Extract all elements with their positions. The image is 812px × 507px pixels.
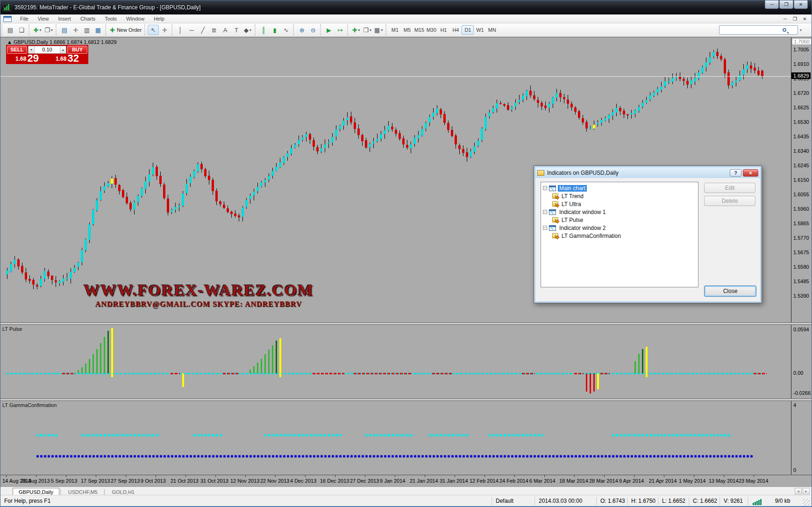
menu-item-tools[interactable]: Tools (100, 15, 121, 22)
timeframe-w1-button[interactable]: W1 (474, 25, 486, 35)
menu-item-help[interactable]: Help (149, 15, 169, 22)
candle (197, 164, 199, 171)
tree-indicator-row[interactable]: fLT Ultra (552, 200, 697, 208)
line-chart-button[interactable]: ∿ (280, 25, 292, 35)
indicators-button[interactable]: ✚▾ (350, 25, 362, 35)
child-minimize-icon[interactable]: ─ (780, 15, 790, 22)
bar-chart-button[interactable]: ║ (258, 25, 269, 35)
tree-indicator-row[interactable]: fLT Trend (552, 192, 697, 200)
restore-icon[interactable]: ❐ (779, 0, 793, 9)
timeframe-h4-button[interactable]: H4 (449, 25, 462, 35)
candle-wick (67, 273, 67, 281)
trendline-button[interactable]: ╱ (197, 25, 208, 35)
dropdown-arrow-icon[interactable]: ▾ (39, 28, 41, 32)
candlestick-button[interactable]: ▮ (269, 25, 280, 35)
timeframe-h1-button[interactable]: H1 (437, 25, 449, 35)
dropdown-arrow-icon[interactable]: ▾ (358, 28, 360, 32)
auto-scroll-button[interactable]: ▶ (323, 25, 335, 35)
navigator-button[interactable]: ✛ (70, 25, 81, 35)
tree-indicator-row[interactable]: fLT Pulse (552, 216, 697, 224)
print-button[interactable]: ▤ (5, 25, 16, 35)
new-chart-button[interactable]: ✚▾ (32, 25, 43, 35)
text-button[interactable]: A (220, 25, 231, 35)
child-close-icon[interactable]: ✕ (800, 15, 810, 22)
timeframe-m15-button[interactable]: M15 (413, 25, 425, 35)
menu-item-view[interactable]: View (33, 15, 54, 22)
dropdown-arrow-icon[interactable]: ▾ (381, 28, 383, 32)
sell-button[interactable]: SELL (7, 46, 27, 54)
timeframe-m5-button[interactable]: M5 (401, 25, 413, 35)
window-separator[interactable] (0, 399, 812, 401)
timeframe-d1-button[interactable]: D1 (462, 25, 474, 35)
candle (683, 79, 685, 81)
date-axis-label: 31 Jan 2014 (440, 478, 468, 484)
menu-item-file[interactable]: File (15, 15, 33, 22)
candle (709, 57, 711, 63)
status-profile[interactable]: Default (491, 497, 534, 505)
timeframe-mn-button[interactable]: MN (486, 25, 498, 35)
candle (21, 266, 23, 272)
child-restore-icon[interactable]: ❐ (790, 15, 800, 22)
zoom-out-button[interactable]: ⊖ (307, 25, 319, 35)
close-button[interactable]: Close (704, 286, 756, 297)
window-separator[interactable] (0, 322, 812, 325)
menu-item-window[interactable]: Window (121, 15, 149, 22)
terminal-button[interactable]: ▦ (93, 25, 104, 35)
resize-grip[interactable] (803, 499, 810, 506)
candle (256, 187, 259, 191)
candle (28, 279, 31, 281)
menu-item-insert[interactable]: Insert (53, 15, 76, 22)
tree-expand-icon[interactable]: − (543, 226, 547, 230)
vertical-line-button[interactable]: │ (175, 25, 186, 35)
profiles-button[interactable]: ❐▾ (43, 25, 54, 35)
data-window-button[interactable]: ▥ (81, 25, 93, 35)
cursor-button[interactable]: ↖ (148, 25, 159, 35)
date-axis-label: 27 Sep 2013 (111, 478, 140, 484)
collapse-triangle-icon[interactable]: ▲ (7, 39, 12, 45)
zoom-in-button[interactable]: ⊕ (296, 25, 307, 35)
horizontal-line-button[interactable]: ─ (186, 25, 197, 35)
minimize-icon[interactable]: ─ (765, 0, 779, 9)
edit-button[interactable]: Edit (704, 183, 755, 193)
tab-scroll-left-icon[interactable]: ◂ (795, 488, 802, 494)
print-preview-button[interactable]: ❏ (16, 25, 27, 35)
dropdown-arrow-icon[interactable]: ▾ (249, 28, 251, 32)
status-low: L: 1.6652 (658, 497, 689, 505)
search-icon[interactable] (783, 28, 786, 32)
templates-button[interactable]: ❒▾ (362, 25, 373, 35)
dialog-help-button[interactable]: ? (730, 169, 741, 177)
date-tick (395, 475, 395, 477)
close-icon[interactable]: ✕ (794, 0, 808, 9)
dialog-title-bar[interactable]: Indicators on GBPUSD,Daily ? ✕ (535, 167, 760, 178)
search-dropdown-icon[interactable]: ▾ (800, 28, 802, 32)
volume-up-stepper[interactable]: ▲ (60, 46, 66, 53)
pulse-bar (96, 349, 98, 373)
dropdown-arrow-icon[interactable]: ▾ (370, 28, 371, 32)
arrows-button[interactable]: ◆▾ (242, 25, 253, 35)
chart-shift-button[interactable]: ↦ (335, 25, 346, 35)
crosshair-button[interactable]: ✛ (159, 25, 170, 35)
timeframe-m30-button[interactable]: M30 (425, 25, 437, 35)
periods-button[interactable]: ▦▾ (373, 25, 384, 35)
tree-expand-icon[interactable]: − (543, 186, 547, 190)
date-tick (634, 475, 634, 477)
timeframe-m1-button[interactable]: M1 (389, 25, 401, 35)
candle (630, 113, 633, 114)
new-order-button[interactable]: ✚New Order (108, 25, 143, 35)
tree-window-row[interactable]: −Indicator window 1 (542, 208, 697, 216)
indicators-tree: −Main chartfLT TrendfLT Ultra−Indicator … (541, 182, 698, 287)
tree-window-row[interactable]: −Indicator window 2 (542, 224, 697, 232)
dropdown-arrow-icon[interactable]: ▾ (51, 28, 53, 32)
tab-scroll-right-icon[interactable]: ▸ (803, 488, 810, 494)
tree-window-row[interactable]: −Main chart (542, 184, 697, 192)
dialog-close-icon[interactable]: ✕ (743, 169, 758, 177)
candle (391, 127, 393, 130)
delete-button[interactable]: Delete (704, 196, 755, 206)
market-watch-button[interactable]: ▤ (59, 25, 70, 35)
candle (283, 157, 285, 164)
tree-indicator-row[interactable]: fLT GammaConfirmation (552, 232, 697, 240)
text-label-button[interactable]: T (231, 25, 242, 35)
tree-expand-icon[interactable]: − (543, 210, 547, 214)
menu-item-charts[interactable]: Charts (76, 15, 100, 22)
fibonacci-button[interactable]: ≣ (208, 25, 220, 35)
